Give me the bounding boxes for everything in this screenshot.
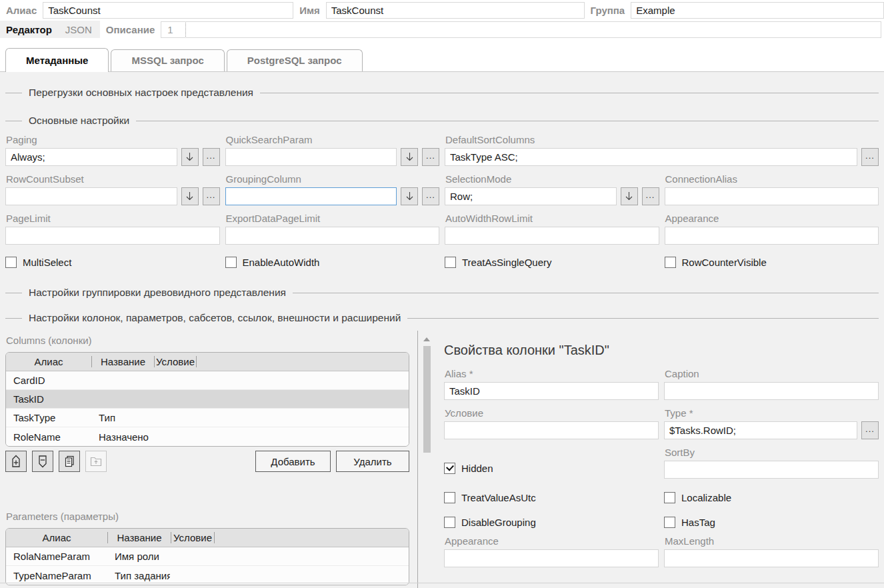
checkbox-localizable[interactable]: Localizable [664,492,879,503]
auto-width-row-limit-input[interactable] [445,227,659,245]
header-separator [196,356,197,367]
checkbox-enable-auto-width[interactable]: EnableAutoWidth [225,257,440,268]
column-header-caption[interactable]: Название [108,529,171,547]
paging-input[interactable] [5,148,177,166]
selection-mode-ellipsis-button[interactable] [642,187,659,205]
quick-search-param-input[interactable] [225,148,397,166]
columns-list-label: Columns (колонки) [6,335,413,346]
parameters-table-header: Алиас Название Условие [6,529,409,547]
tab-postgresql[interactable]: PostgreSQL запрос [227,49,363,71]
columns-add-button[interactable]: Добавить [255,451,331,472]
ellipsis-icon [865,152,875,162]
table-row-cardid[interactable]: CardID [6,371,409,390]
checkbox-treat-value-as-utc[interactable]: TreatValueAsUtc [444,492,659,503]
mode-json[interactable]: JSON [65,24,92,35]
field-default-sort-columns: DefaultSortColumns [445,127,879,166]
columns-remove-tag-button[interactable] [32,451,53,472]
columns-toolbar: Добавить Удалить [5,451,409,472]
paging-ellipsis-button[interactable] [203,148,220,166]
appearance-input[interactable] [665,227,879,245]
ellipsis-icon [207,152,216,162]
metadata-pane: Перегрузки основных настроек представлен… [0,72,884,588]
default-sort-columns-ellipsis-button[interactable] [861,148,879,166]
group-label: Группа [585,5,631,16]
columns-add-tag-button[interactable] [5,451,27,472]
group-header-tree-grouping: Настройки группировки древовидного предс… [0,268,884,299]
field-paging: Paging [5,127,220,166]
properties-scrollbar[interactable] [423,331,431,588]
tab-mssql[interactable]: MSSQL запрос [111,49,224,71]
ellipsis-icon [207,191,216,201]
checkbox-box [665,257,676,268]
table-row-rolanameparam[interactable]: RolaNameParam Имя роли [6,547,409,566]
prop-type-input[interactable] [664,421,857,439]
prop-alias-input[interactable] [444,382,659,400]
scrollbar-up-icon[interactable] [423,337,430,341]
parameters-list-label: Parameters (параметры) [6,511,413,522]
table-row-tasktype[interactable]: TaskType Тип [6,409,409,427]
paging-dropdown-button[interactable] [181,148,199,166]
column-header-condition[interactable]: Условие [171,529,214,547]
row-count-subset-input[interactable] [5,187,177,205]
checkbox-treat-as-single-query[interactable]: TreatAsSingleQuery [445,257,659,268]
column-header-condition[interactable]: Условие [155,353,196,371]
mode-editor[interactable]: Редактор [6,24,52,35]
main-settings-grid-row2: RowCountSubset GroupingColumn SelectionM… [0,166,884,205]
prop-caption-input[interactable] [664,382,879,400]
table-row-typenameparam[interactable]: TypeNameParam Тип задания [6,566,409,585]
column-header-alias[interactable]: Алиас [6,353,91,371]
export-data-page-limit-input[interactable] [225,227,440,245]
table-row-taskid[interactable]: TaskID [6,390,409,409]
selection-mode-dropdown-button[interactable] [621,187,638,205]
name-input[interactable] [326,2,585,19]
column-header-alias[interactable]: Алиас [6,529,107,547]
tab-metadata[interactable]: Метаданные [5,48,109,72]
quick-search-param-dropdown-button[interactable] [401,148,418,166]
header-row-2: Редактор JSON Описание 1 [0,21,884,38]
description-value: 1 [161,24,185,35]
columns-delete-button[interactable]: Удалить [336,451,409,472]
scrollbar-thumb[interactable] [423,346,431,453]
default-sort-columns-input[interactable] [445,148,857,166]
field-grouping-column: GroupingColumn [225,166,440,205]
checkbox-box [664,517,675,528]
columns-copy-button[interactable] [59,451,80,472]
ellipsis-icon [646,191,655,201]
prop-sortby-input[interactable] [664,461,879,479]
connection-alias-input[interactable] [665,187,879,205]
quick-search-param-ellipsis-button[interactable] [422,148,439,166]
main-settings-grid-row1: Paging QuickSearchParam DefaultSortColum… [0,127,884,166]
prop-condition-input[interactable] [444,421,659,439]
checkbox-box [5,257,17,268]
copy-icon [63,455,76,468]
ellipsis-icon [426,191,435,201]
columns-paste-button[interactable] [85,451,107,472]
prop-appearance-input[interactable] [444,549,659,567]
grouping-column-dropdown-button[interactable] [401,187,418,205]
table-row-rolename[interactable]: RoleName Назначено [6,427,409,446]
field-prop-alias: Alias * [444,361,659,400]
grouping-column-ellipsis-button[interactable] [422,187,439,205]
alias-input[interactable] [43,2,293,19]
column-header-caption[interactable]: Название [92,353,154,371]
page-limit-input[interactable] [5,227,220,245]
arrow-down-icon [405,152,414,162]
columns-params-split: Columns (колонки) Алиас Название Условие… [0,331,884,588]
row-count-subset-ellipsis-button[interactable] [203,187,220,205]
panel-divider [417,331,418,588]
checkbox-has-tag[interactable]: HasTag [664,517,879,528]
properties-title: Свойства колонки "TaskID" [444,343,879,358]
grouping-column-input[interactable] [225,187,397,205]
row-count-subset-dropdown-button[interactable] [181,187,199,205]
checkbox-multiselect[interactable]: MultiSelect [5,257,220,268]
prop-maxlength-input[interactable] [664,549,879,567]
description-splitter[interactable] [185,23,186,37]
checkbox-hidden[interactable]: Hidden [444,463,659,474]
tab-strip: Метаданные MSSQL запрос PostgreSQL запро… [0,40,884,72]
checkbox-disable-grouping[interactable]: DisableGrouping [444,517,659,528]
prop-type-ellipsis-button[interactable] [861,421,879,439]
selection-mode-input[interactable] [445,187,617,205]
group-input[interactable] [631,2,884,19]
checkbox-row-counter-visible[interactable]: RowCounterVisible [665,257,879,268]
description-input[interactable]: 1 [161,21,881,38]
